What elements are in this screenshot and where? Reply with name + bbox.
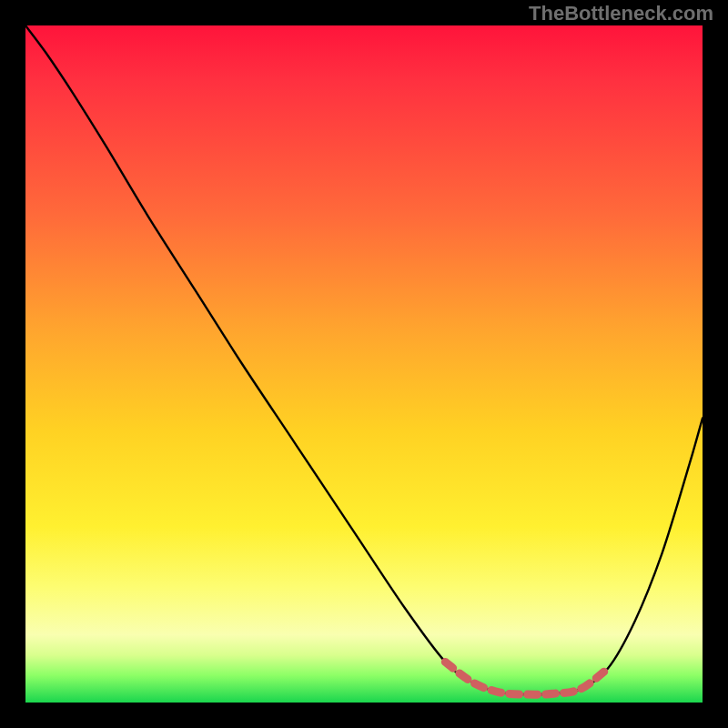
chart-overlay xyxy=(25,25,703,703)
watermark-text: TheBottleneck.com xyxy=(529,2,713,25)
bottleneck-curve xyxy=(25,25,703,694)
chart-frame: TheBottleneck.com xyxy=(0,0,728,728)
plot-area xyxy=(25,25,703,703)
optimal-range-highlight xyxy=(445,662,608,694)
